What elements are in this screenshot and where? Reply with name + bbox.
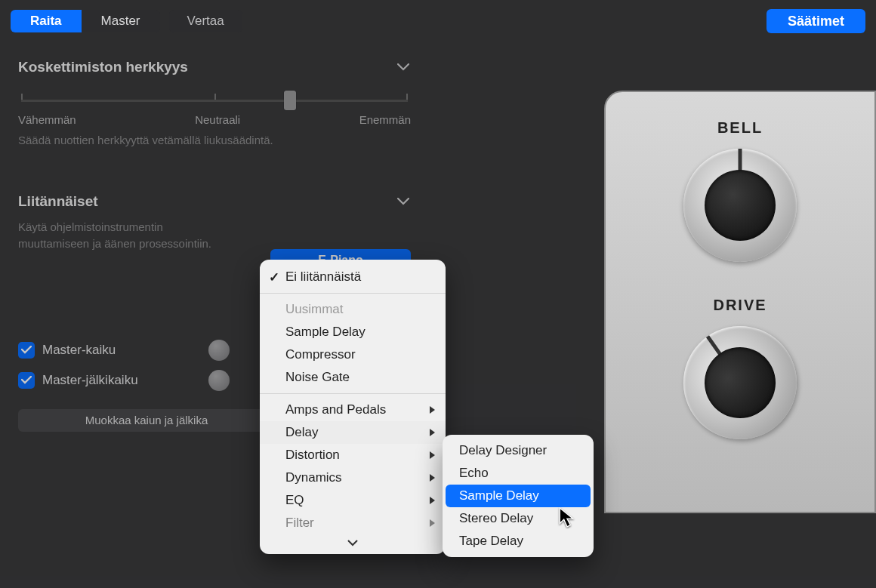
tab-master[interactable]: Master: [82, 10, 160, 32]
controls-button[interactable]: Säätimet: [766, 9, 865, 33]
sensitivity-slider[interactable]: Vähemmän Neutraali Enemmän Säädä nuottie…: [18, 82, 411, 160]
sub-sample-delay[interactable]: Sample Delay: [446, 485, 591, 507]
plugins-collapse-icon[interactable]: [396, 194, 411, 209]
menu-no-plugin[interactable]: Ei liitännäistä: [260, 266, 446, 288]
sub-echo[interactable]: Echo: [446, 462, 591, 485]
master-echo-knob[interactable]: [208, 340, 230, 361]
tab-track[interactable]: Raita: [11, 10, 82, 32]
plugin-context-menu: Ei liitännäistä Uusimmat Sample Delay Co…: [260, 260, 446, 554]
sensitivity-help: Säädä nuottien herkkyyttä vetämällä liuk…: [18, 128, 411, 160]
instrument-device-panel: BELL DRIVE: [604, 91, 876, 513]
slider-min-label: Vähemmän: [18, 113, 76, 126]
edit-echo-reverb-button[interactable]: Muokkaa kaiun ja jälkika: [18, 409, 275, 432]
menu-cat-dynamics[interactable]: Dynamics: [260, 466, 446, 489]
slider-thumb[interactable]: [284, 91, 296, 110]
slider-mid-label: Neutraali: [195, 113, 240, 126]
inspector-toolbar: Raita Master Vertaa Säätimet: [0, 0, 876, 42]
menu-scroll-down-icon[interactable]: [260, 534, 446, 551]
slider-max-label: Enemmän: [359, 113, 411, 126]
master-reverb-checkbox[interactable]: [18, 372, 35, 389]
master-reverb-label: Master-jälkikaiku: [42, 373, 138, 388]
plugins-title: Liitännäiset: [18, 193, 98, 210]
master-echo-checkbox[interactable]: [18, 342, 35, 359]
knob-bell[interactable]: [683, 149, 797, 262]
master-reverb-knob[interactable]: [208, 370, 230, 391]
menu-recent-header: Uusimmat: [260, 298, 446, 321]
track-master-segment: Raita Master: [11, 10, 160, 32]
delay-submenu: Delay Designer Echo Sample Delay Stereo …: [443, 435, 594, 557]
sub-delay-designer[interactable]: Delay Designer: [446, 439, 591, 462]
knob-drive-label: DRIVE: [621, 297, 859, 314]
sensitivity-collapse-icon[interactable]: [396, 60, 411, 75]
knob-bell-label: BELL: [621, 119, 859, 137]
master-echo-label: Master-kaiku: [42, 343, 116, 358]
sub-tape-delay[interactable]: Tape Delay: [446, 530, 591, 553]
menu-cat-delay[interactable]: Delay: [260, 421, 446, 444]
menu-recent-sample-delay[interactable]: Sample Delay: [260, 321, 446, 343]
menu-cat-filter[interactable]: Filter: [260, 512, 446, 534]
cursor-icon: [559, 507, 575, 528]
plugins-help: Käytä ohjelmistoinstrumentin muuttamisee…: [18, 216, 230, 252]
menu-cat-distortion[interactable]: Distortion: [260, 444, 446, 466]
compare-button[interactable]: Vertaa: [169, 10, 242, 32]
menu-recent-compressor[interactable]: Compressor: [260, 343, 446, 366]
menu-cat-amps[interactable]: Amps and Pedals: [260, 399, 446, 421]
knob-drive[interactable]: [662, 304, 819, 462]
menu-cat-eq[interactable]: EQ: [260, 489, 446, 512]
sensitivity-title: Koskettimiston herkkyys: [18, 59, 188, 75]
menu-recent-noise-gate[interactable]: Noise Gate: [260, 366, 446, 389]
